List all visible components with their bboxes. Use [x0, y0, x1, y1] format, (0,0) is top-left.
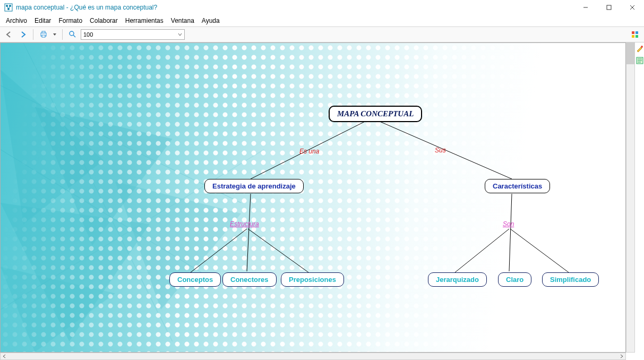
svg-rect-18	[636, 35, 638, 38]
svg-rect-16	[636, 31, 638, 34]
node-conceptos[interactable]: Conceptos	[169, 272, 221, 287]
close-button[interactable]	[621, 0, 644, 15]
zoom-icon[interactable]	[67, 29, 79, 40]
palette-button[interactable]	[629, 29, 641, 40]
window-title: mapa conceptual - ¿Qué es un mapa concep…	[16, 4, 157, 11]
svg-rect-12	[42, 35, 45, 37]
menu-colaborar[interactable]: Colaborar	[86, 16, 122, 25]
canvas[interactable]: MAPA CONCEPTUAL Es una Sus Estrategia de…	[0, 42, 626, 353]
toolbar-separator	[62, 29, 63, 40]
vertical-scrollbar-thumb[interactable]	[626, 43, 634, 64]
maximize-button[interactable]	[597, 0, 621, 15]
menubar: Archivo Editar Formato Colaborar Herrami…	[0, 15, 644, 27]
app-icon	[4, 3, 13, 12]
toolbar-separator	[33, 29, 33, 40]
menu-editar[interactable]: Editar	[31, 16, 55, 25]
menu-ventana[interactable]: Ventana	[167, 16, 198, 25]
svg-point-36	[641, 46, 643, 48]
link-label-son: Son	[503, 220, 514, 228]
svg-rect-15	[632, 31, 634, 34]
menu-archivo[interactable]: Archivo	[2, 16, 31, 25]
print-button[interactable]	[38, 29, 49, 40]
link-label-estructura: Estructura	[230, 220, 259, 228]
node-caracteristicas[interactable]: Características	[485, 179, 550, 193]
node-root[interactable]: MAPA CONCEPTUAL	[329, 106, 422, 122]
vertical-scrollbar[interactable]	[626, 42, 635, 353]
chevron-down-icon	[178, 31, 182, 38]
nav-back-button[interactable]	[3, 29, 15, 40]
menu-formato[interactable]: Formato	[55, 16, 86, 25]
menu-ayuda[interactable]: Ayuda	[198, 16, 224, 25]
notes-tool-button[interactable]	[636, 56, 644, 65]
svg-rect-17	[632, 35, 634, 38]
toolbar: 100	[0, 27, 644, 42]
zoom-value: 100	[83, 31, 93, 38]
zoom-combobox[interactable]: 100	[81, 29, 185, 40]
window-controls	[574, 0, 644, 15]
titlebar: mapa conceptual - ¿Qué es un mapa concep…	[0, 0, 644, 15]
scroll-left-arrow[interactable]	[1, 353, 8, 359]
scroll-right-arrow[interactable]	[618, 353, 625, 359]
horizontal-scrollbar[interactable]	[0, 353, 626, 360]
nav-forward-button[interactable]	[17, 29, 29, 40]
style-tool-button[interactable]	[636, 45, 644, 53]
print-dropdown-button[interactable]	[51, 29, 58, 40]
node-preposiciones[interactable]: Preposiciones	[281, 272, 344, 287]
node-claro[interactable]: Claro	[498, 272, 531, 287]
minimize-button[interactable]	[574, 0, 597, 15]
link-label-esuna: Es una	[299, 148, 319, 155]
node-estrategia[interactable]: Estrategia de aprendizaje	[204, 179, 304, 193]
svg-rect-11	[42, 31, 45, 33]
node-conectores[interactable]: Conectores	[222, 272, 277, 287]
svg-rect-7	[607, 5, 611, 10]
svg-point-13	[70, 31, 74, 36]
node-simplificado[interactable]: Simplificado	[542, 272, 599, 287]
menu-herramientas[interactable]: Herramientas	[122, 16, 167, 25]
link-label-sus: Sus	[435, 147, 446, 154]
node-jerarquizado[interactable]: Jerarquizado	[428, 272, 487, 287]
side-toolbar	[635, 42, 644, 65]
canvas-background	[1, 43, 625, 352]
svg-line-14	[73, 35, 75, 37]
